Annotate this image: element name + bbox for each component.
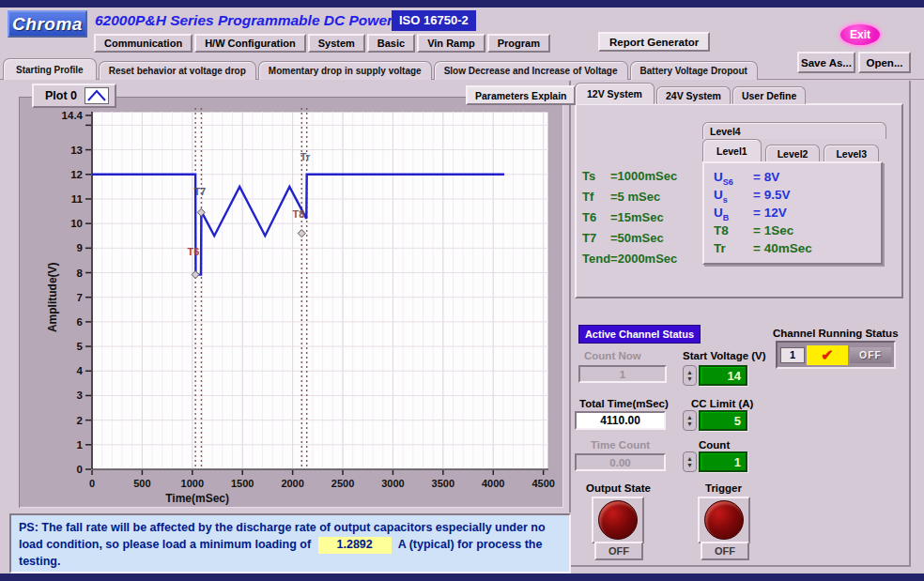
svg-text:11: 11 <box>71 193 84 205</box>
tab-reset-behavior-at-voltage-drop[interactable]: Reset behavior at voltage drop <box>99 61 256 80</box>
cc-limit-label: CC Limit (A) <box>691 398 753 409</box>
count-stepper[interactable]: ▲▼ <box>683 451 697 472</box>
svg-text:T8: T8 <box>293 208 305 220</box>
param-name: Tend <box>582 252 610 272</box>
timing-param-tend: Tend=2000mSec <box>582 252 702 272</box>
tab-level4[interactable]: Level4 <box>702 122 886 139</box>
svg-text:0: 0 <box>89 478 95 489</box>
start-voltage-display[interactable]: 14 <box>699 365 747 386</box>
menu-button-program[interactable]: Program <box>487 34 550 53</box>
value-name: Us <box>714 188 753 206</box>
channel-number-cell: 1 <box>780 347 805 363</box>
cc-limit-display[interactable]: 5 <box>699 410 747 431</box>
start-voltage-label: Start Voltage (V) <box>683 350 766 361</box>
window-top-strip <box>0 0 924 8</box>
start-voltage-stepper[interactable]: ▲▼ <box>683 365 697 386</box>
svg-text:2500: 2500 <box>331 478 354 489</box>
output-state-label: Output State <box>586 482 651 494</box>
svg-text:T6: T6 <box>187 246 199 257</box>
total-time-field[interactable]: 4110.00 <box>575 411 666 430</box>
svg-text:9: 9 <box>77 242 83 253</box>
plot-line-icon <box>85 87 109 104</box>
parameters-explain-button[interactable]: Parameters Explain <box>466 85 576 105</box>
count-label: Count <box>699 439 730 451</box>
stepper-down-icon: ▼ <box>686 462 693 468</box>
plot-legend-label: Plot 0 <box>45 89 77 102</box>
value-text: = 9.5V <box>753 188 790 206</box>
cc-limit-stepper[interactable]: ▲▼ <box>683 410 697 431</box>
svg-text:1: 1 <box>77 439 84 451</box>
channel-check-toggle[interactable]: ✔ <box>807 345 848 365</box>
svg-text:7: 7 <box>77 292 83 303</box>
value-name: US6 <box>714 170 753 188</box>
cc-limit-control: ▲▼ 5 <box>683 410 747 431</box>
tab-level2[interactable]: Level2 <box>765 145 821 161</box>
stepper-up-icon: ▲ <box>686 369 693 375</box>
value-text: = 8V <box>753 170 779 188</box>
count-now-label: Count Now <box>584 350 641 361</box>
output-state-knob-base <box>592 497 644 543</box>
window-bottom-strip <box>0 573 924 581</box>
tab-slow-decrease-and-increase-of-voltage[interactable]: Slow Decrease and Increase of Voltage <box>434 61 628 80</box>
value-name: UB <box>714 206 753 223</box>
channel-running-state: OFF <box>850 347 891 363</box>
param-name: T6 <box>582 210 610 231</box>
timing-parameters: Ts=1000mSecTf=5 mSecT6=15mSecT7=50mSecTe… <box>582 169 702 272</box>
count-display[interactable]: 1 <box>699 451 747 472</box>
tab-24v-system[interactable]: 24V System <box>656 86 731 104</box>
start-voltage-control: ▲▼ 14 <box>683 365 747 386</box>
level-value-us6: US6= 8V <box>714 170 881 188</box>
svg-text:0: 0 <box>77 464 83 475</box>
tab-user-define[interactable]: User Define <box>732 86 806 104</box>
menu-button-h-w-configuration[interactable]: H/W Configuration <box>194 34 306 53</box>
svg-text:1000: 1000 <box>181 478 204 489</box>
report-generator-button[interactable]: Report Generator <box>598 32 710 52</box>
note-highlight-value: 1.2892 <box>318 537 392 554</box>
output-state-knob[interactable] <box>598 500 638 540</box>
tab-starting-profile[interactable]: Starting Profile <box>3 58 97 80</box>
waveform-chart[interactable]: 01234567891011121314.4050010001500200025… <box>19 97 563 508</box>
menu-button-communication[interactable]: Communication <box>94 34 192 53</box>
active-channel-status-header: Active Channel Status <box>578 325 701 344</box>
exit-button[interactable]: Exit <box>839 23 882 47</box>
svg-text:4500: 4500 <box>531 478 554 489</box>
menu-button-system[interactable]: System <box>308 34 365 53</box>
main-tab-bar: Starting ProfileReset behavior at voltag… <box>3 58 758 80</box>
level-value-ub: UB= 12V <box>714 206 881 223</box>
tab-level1[interactable]: Level1 <box>702 139 762 161</box>
plot-legend[interactable]: Plot 0 <box>32 84 116 108</box>
tab-battery-voltage-dropout[interactable]: Battery Voltage Dropout <box>630 61 758 80</box>
channel-running-status-widget: 1 ✔ OFF <box>776 341 896 369</box>
menu-bar: CommunicationH/W ConfigurationSystemBasi… <box>94 34 550 53</box>
param-value: =2000mSec <box>610 252 677 272</box>
save-as-button[interactable]: Save As... <box>797 52 855 73</box>
param-value: =1000mSec <box>610 169 677 190</box>
trigger-off-button[interactable]: OFF <box>701 542 749 560</box>
system-tab-bar: 12V System24V SystemUser Define <box>575 83 806 104</box>
timing-param-t6: T6=15mSec <box>582 210 702 231</box>
svg-text:4: 4 <box>77 365 84 376</box>
value-text: = 12V <box>753 206 787 223</box>
output-state-off-button[interactable]: OFF <box>594 542 643 560</box>
count-now-field: 1 <box>578 365 667 383</box>
svg-text:T7: T7 <box>193 186 206 197</box>
open-button[interactable]: Open... <box>858 52 911 73</box>
plot-area[interactable] <box>92 112 548 469</box>
svg-text:13: 13 <box>70 145 83 156</box>
svg-text:2: 2 <box>77 415 83 426</box>
level-value-us: Us= 9.5V <box>714 188 881 206</box>
time-count-label: Time Count <box>591 439 650 451</box>
tab-level3[interactable]: Level3 <box>824 145 879 161</box>
svg-text:4000: 4000 <box>482 478 504 489</box>
timing-param-tf: Tf=5 mSec <box>582 190 702 210</box>
level-value-t8: T8= 1Sec <box>714 223 881 241</box>
svg-text:14.4: 14.4 <box>62 110 84 121</box>
menu-button-basic[interactable]: Basic <box>367 34 415 53</box>
svg-text:Tr: Tr <box>300 151 311 162</box>
stepper-up-icon: ▲ <box>686 414 693 420</box>
tab-12v-system[interactable]: 12V System <box>575 83 654 104</box>
svg-text:5: 5 <box>77 341 84 352</box>
tab-momentary-drop-in-supply-voltage[interactable]: Momentary drop in supply voltage <box>258 61 432 80</box>
trigger-knob[interactable] <box>704 500 744 540</box>
menu-button-vin-ramp[interactable]: Vin Ramp <box>417 34 485 53</box>
